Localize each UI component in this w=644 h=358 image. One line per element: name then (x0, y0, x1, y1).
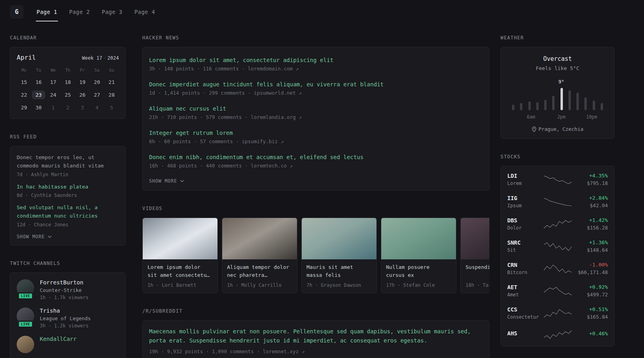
video-body: Suspendisse diam18h · Tara (461, 259, 489, 293)
stock-sparkline (543, 241, 572, 252)
news-item-title[interactable]: Donec imperdiet augue tincidunt felis al… (149, 81, 483, 88)
calendar-day: 26 (75, 90, 90, 99)
video-card[interactable]: Mauris sit amet massa felis7h · Grayson … (301, 218, 377, 293)
calendar-day: 17 (46, 77, 60, 87)
stock-row[interactable]: SNRCSit+1.36%$148.64 (501, 235, 614, 257)
rss-card: Donec tempor eros leo, ut commodo mauris… (10, 146, 126, 245)
show-more-button[interactable]: SHOW MORE (149, 178, 184, 184)
stock-sparkline (543, 196, 572, 207)
calendar-day: 28 (104, 90, 119, 99)
subreddit-card: Maecenas mollis pulvinar erat non posuer… (142, 320, 489, 358)
news-item-title[interactable]: Integer eget rutrum lorem (149, 130, 483, 136)
stock-row[interactable]: CRNBitcorn-1.00%$66,171.48 (501, 257, 614, 280)
videos-section-title: VIDEOS (142, 206, 489, 211)
middle-column: HACKER NEWS Lorem ipsum dolor sit amet, … (142, 35, 489, 358)
stock-row[interactable]: DBSDolor+1.42%$156.28 (501, 213, 614, 235)
stock-row[interactable]: AHS+0.46% (501, 324, 614, 344)
calendar-separator: · (102, 55, 107, 61)
video-title: Aliquam tempor dolor nec pharetra… (227, 263, 292, 280)
calendar-day: 30 (31, 103, 46, 112)
weather-location-row: Prague, Czechia (507, 126, 608, 132)
video-meta: 1h · Molly Carrillo (227, 282, 292, 288)
sparkline-chart (543, 329, 572, 340)
weather-time-label: 2pm (557, 114, 566, 120)
stock-right: +4.35%$795.18 (572, 173, 608, 186)
subreddit-post-title[interactable]: Maecenas mollis pulvinar erat non posuer… (149, 327, 483, 345)
calendar-day: 2 (60, 103, 75, 112)
news-item-title[interactable]: Aliquam nec cursus elit (149, 105, 483, 112)
tab-page-3[interactable]: Page 3 (96, 0, 128, 24)
weather-bar (593, 101, 595, 110)
weather-bar (576, 93, 579, 110)
stock-price: $499.72 (572, 292, 608, 298)
chevron-down-icon (48, 235, 52, 238)
rss-item-title[interactable]: Donec tempor eros leo, ut commodo mauris… (17, 154, 119, 170)
stock-row[interactable]: LDILorem+4.35%$795.18 (501, 168, 614, 191)
calendar-day-selected: 23 (31, 90, 46, 99)
stock-symbol: DBS (507, 217, 543, 224)
calendar-dow: Tu (31, 68, 46, 74)
rss-item-meta: 8d · Cynthia Saunders (17, 193, 119, 198)
stock-left: CRNBitcorn (507, 262, 543, 275)
show-more-button[interactable]: SHOW MORE (17, 234, 52, 239)
news-item-title[interactable]: Lorem ipsum dolor sit amet, consectetur … (149, 57, 483, 63)
stock-left: SNRCSit (507, 239, 543, 253)
calendar-dow: Th (60, 68, 75, 74)
stock-symbol: LDI (507, 173, 543, 179)
video-thumbnail (381, 218, 456, 259)
video-meta: 17h · Stefan Cole (386, 282, 451, 288)
video-body: Lorem ipsum dolor sit amet consectetu…1h… (143, 259, 217, 293)
stock-price: $66,171.48 (572, 269, 608, 275)
stock-name: Dolor (507, 225, 543, 231)
stock-left: IIGIpsum (507, 195, 543, 208)
twitch-channel[interactable]: LIVEForrestBurtonCounter-Strike1h · 1.7k… (17, 279, 119, 300)
stock-row[interactable]: IIGIpsum+2.84%$42.04 (501, 191, 614, 213)
stock-row[interactable]: AETAmet+0.92%$499.72 (501, 280, 614, 302)
calendar-day: 19 (75, 77, 90, 87)
stock-symbol: IIG (507, 195, 543, 201)
stock-symbol: CRN (507, 262, 543, 268)
right-column: WEATHER Overcast Feels like 5°C 9°6am2pm… (500, 35, 615, 358)
video-card[interactable]: Suspendisse diam18h · Tara (460, 218, 489, 293)
channel-name: ForrestBurton (40, 279, 89, 286)
tab-page-2[interactable]: Page 2 (63, 0, 96, 24)
weather-bar-highlight (561, 88, 563, 110)
weather-bar (520, 103, 522, 110)
weather-bar (544, 100, 547, 110)
stock-name: Lorem (507, 181, 543, 186)
sparkline-chart (543, 307, 572, 319)
subreddit-section-title: /R/SUBREDDIT (142, 308, 489, 314)
news-item-title[interactable]: Donec enim nibh, condimentum et accumsan… (149, 154, 483, 160)
stock-change: +4.35% (572, 173, 608, 179)
calendar-day: 22 (17, 90, 31, 99)
stock-price: $165.84 (572, 314, 608, 320)
rss-item: Sed volutpat nulla nisl, a condimentum n… (17, 200, 119, 229)
weather-card: Overcast Feels like 5°C 9°6am2pm10pm Pra… (500, 47, 615, 139)
rss-item-title[interactable]: In hac habitasse platea (17, 183, 119, 191)
channel-meta: 1h · 1.7k viewers (40, 295, 89, 300)
stock-sparkline (543, 307, 572, 319)
calendar-section-title: CALENDAR (10, 35, 126, 41)
video-card[interactable]: Nullam posuere cursus ex17h · Stefan Col… (381, 218, 456, 293)
rss-item-title[interactable]: Sed volutpat nulla nisl, a condimentum n… (17, 204, 119, 220)
channel-name: Trisha (40, 307, 91, 314)
video-card[interactable]: Aliquam tempor dolor nec pharetra…1h · M… (222, 218, 297, 293)
twitch-channel[interactable]: KendallCarr (17, 336, 119, 353)
stocks-section: STOCKS LDILorem+4.35%$795.18IIGIpsum+2.8… (500, 154, 615, 346)
twitch-channel[interactable]: LIVETrishaLeague of Legends3h · 1.2k vie… (17, 307, 119, 329)
news-item-meta: 3h · 148 points · 116 comments · loremdo… (149, 66, 483, 72)
video-body: Aliquam tempor dolor nec pharetra…1h · M… (222, 259, 297, 293)
tab-page-1[interactable]: Page 1 (31, 0, 63, 24)
video-thumbnail (143, 218, 217, 259)
video-card[interactable]: Lorem ipsum dolor sit amet consectetu…1h… (142, 218, 218, 293)
video-thumbnail (222, 218, 297, 259)
news-item: Donec imperdiet augue tincidunt felis al… (149, 76, 483, 101)
stock-row[interactable]: CCSConsectetur+0.51%$165.84 (501, 302, 614, 324)
show-more-label: SHOW MORE (17, 234, 45, 239)
calendar-day: 16 (31, 77, 46, 87)
calendar-section: CALENDAR April Week 17·2024 MoTuWeThFrSa… (10, 35, 126, 119)
tab-page-4[interactable]: Page 4 (128, 0, 161, 24)
stock-left: AETAmet (507, 284, 543, 298)
rss-section: RSS FEED Donec tempor eros leo, ut commo… (10, 134, 126, 245)
stock-change: +2.84% (572, 195, 608, 201)
